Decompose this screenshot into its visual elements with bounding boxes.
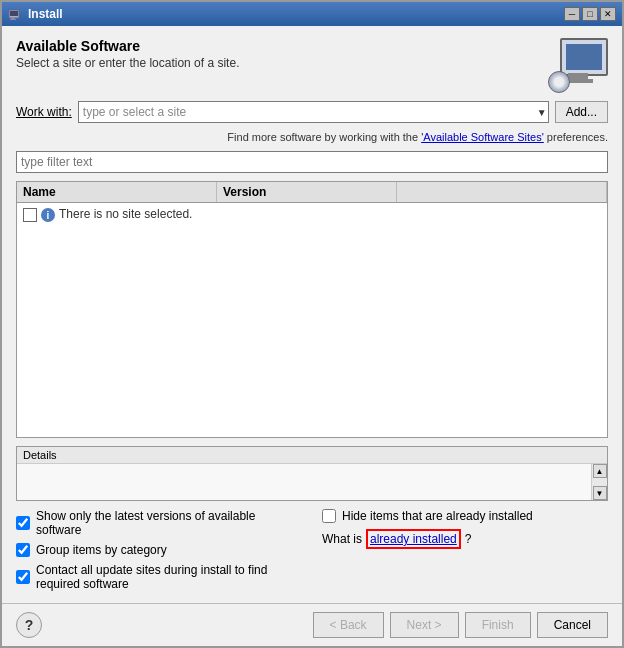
cd-icon <box>548 71 570 93</box>
add-button[interactable]: Add... <box>555 101 608 123</box>
nav-buttons: < Back Next > Finish Cancel <box>313 612 608 638</box>
column-header-name: Name <box>17 182 217 202</box>
header-section: Available Software Select a site or ente… <box>16 38 608 93</box>
minimize-button[interactable]: ─ <box>564 7 580 21</box>
group-by-category-label: Group items by category <box>36 543 167 557</box>
work-with-label: Work with: <box>16 105 72 119</box>
column-header-extra <box>397 182 607 202</box>
no-site-message: There is no site selected. <box>59 207 192 221</box>
what-is-row: What is already installed? <box>322 529 608 549</box>
find-more-prefix: Find more software by working with the <box>227 131 421 143</box>
svg-rect-3 <box>10 19 16 20</box>
svg-rect-1 <box>10 11 18 16</box>
scrollbar-up-button[interactable]: ▲ <box>593 464 607 478</box>
hide-installed-label: Hide items that are already installed <box>342 509 533 523</box>
what-is-suffix: ? <box>465 532 472 546</box>
cancel-button[interactable]: Cancel <box>537 612 608 638</box>
table-header: Name Version <box>17 182 607 203</box>
contact-update-sites-checkbox[interactable] <box>16 570 30 584</box>
main-content: Available Software Select a site or ente… <box>2 26 622 603</box>
options-left: Show only the latest versions of availab… <box>16 509 302 591</box>
header-text: Available Software Select a site or ente… <box>16 38 239 70</box>
software-table: Name Version i There is no site selected… <box>16 181 608 438</box>
details-content <box>17 464 591 500</box>
hide-installed-row: Hide items that are already installed <box>322 509 608 523</box>
help-button[interactable]: ? <box>16 612 42 638</box>
back-button[interactable]: < Back <box>313 612 384 638</box>
show-latest-row: Show only the latest versions of availab… <box>16 509 302 537</box>
site-select-wrapper: type or select a site ▼ <box>78 101 549 123</box>
show-latest-checkbox[interactable] <box>16 516 30 530</box>
bottom-bar: ? < Back Next > Finish Cancel <box>2 603 622 646</box>
contact-update-sites-label: Contact all update sites during install … <box>36 563 302 591</box>
group-by-category-checkbox[interactable] <box>16 543 30 557</box>
details-body: ▲ ▼ <box>17 464 607 500</box>
details-header: Details <box>17 447 607 464</box>
monitor-screen <box>566 44 602 70</box>
window-title: Install <box>28 7 63 21</box>
contact-update-sites-row: Contact all update sites during install … <box>16 563 302 591</box>
options-right: Hide items that are already installed Wh… <box>322 509 608 591</box>
group-by-category-row: Group items by category <box>16 543 302 557</box>
details-section: Details ▲ ▼ <box>16 446 608 501</box>
title-bar-left: Install <box>8 7 63 21</box>
title-bar: Install ─ □ ✕ <box>2 2 622 26</box>
show-latest-label: Show only the latest versions of availab… <box>36 509 302 537</box>
filter-input[interactable] <box>16 151 608 173</box>
work-with-row: Work with: type or select a site ▼ Add..… <box>16 101 608 123</box>
close-button[interactable]: ✕ <box>600 7 616 21</box>
window-controls: ─ □ ✕ <box>564 7 616 21</box>
find-more-section: Find more software by working with the '… <box>16 131 608 143</box>
already-installed-link[interactable]: already installed <box>366 529 461 549</box>
what-is-prefix: What is <box>322 532 362 546</box>
page-subtitle: Select a site or enter the location of a… <box>16 56 239 70</box>
find-more-suffix: preferences. <box>544 131 608 143</box>
header-icon-area <box>548 38 608 93</box>
info-icon: i <box>41 208 55 222</box>
finish-button[interactable]: Finish <box>465 612 531 638</box>
details-scrollbar: ▲ ▼ <box>591 464 607 500</box>
row-checkbox[interactable] <box>23 208 37 222</box>
available-software-sites-link[interactable]: 'Available Software Sites' <box>421 131 544 143</box>
install-window: Install ─ □ ✕ Available Software Select … <box>0 0 624 648</box>
window-icon <box>8 7 22 21</box>
monitor-icon <box>560 38 608 76</box>
hide-installed-checkbox[interactable] <box>322 509 336 523</box>
next-button[interactable]: Next > <box>390 612 459 638</box>
page-title: Available Software <box>16 38 239 54</box>
column-header-version: Version <box>217 182 397 202</box>
options-section: Show only the latest versions of availab… <box>16 509 608 591</box>
table-body: i There is no site selected. <box>17 203 607 437</box>
scrollbar-down-button[interactable]: ▼ <box>593 486 607 500</box>
site-select[interactable]: type or select a site <box>78 101 549 123</box>
maximize-button[interactable]: □ <box>582 7 598 21</box>
